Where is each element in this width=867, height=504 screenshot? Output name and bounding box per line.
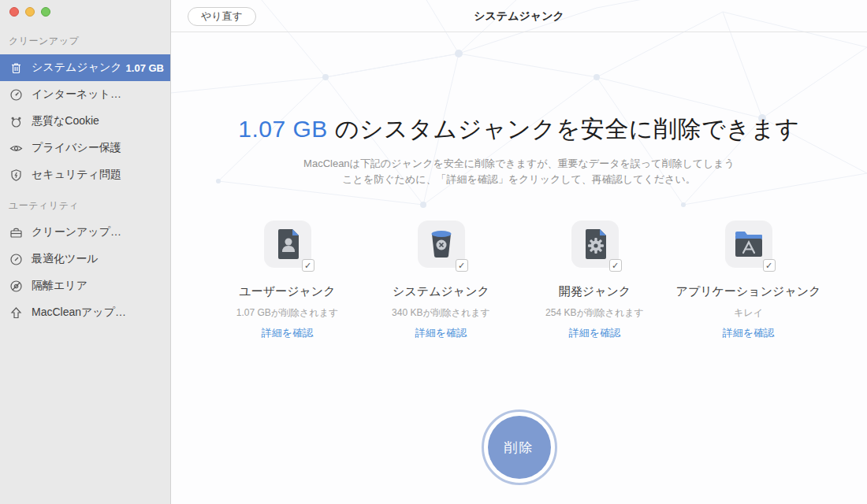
gauge-icon bbox=[9, 252, 23, 266]
zoom-window-button[interactable] bbox=[41, 7, 50, 17]
hero-subtitle-line2: ことを防ぐために、「詳細を確認」をクリックして、再確認してください。 bbox=[171, 172, 867, 187]
hero-heading: 1.07 GB のシスタムジャンクを安全に削除できます bbox=[171, 113, 867, 146]
sidebar-item-label: 悪質なCookie bbox=[32, 114, 99, 128]
category-status: 254 KBが削除されます bbox=[518, 306, 672, 320]
category-checkbox[interactable]: ✓ bbox=[456, 259, 468, 272]
sidebar-item-security[interactable]: セキュリティ問題 bbox=[0, 161, 170, 188]
minimize-window-button[interactable] bbox=[25, 7, 35, 17]
main-header: やり直す システムジャンク bbox=[171, 0, 867, 32]
category-checkbox[interactable]: ✓ bbox=[609, 259, 622, 272]
category-status: キレイ bbox=[672, 306, 825, 320]
category-dev-junk: ✓ 開発ジャンク 254 KBが削除されます 詳細を確認 bbox=[518, 220, 672, 340]
close-window-button[interactable] bbox=[9, 7, 19, 17]
sidebar-item-label: クリーンアップ… bbox=[32, 225, 121, 239]
view-details-link[interactable]: 詳細を確認 bbox=[518, 326, 672, 340]
hero-heading-text: のシスタムジャンクを安全に削除できます bbox=[328, 116, 800, 142]
sidebar-item-label: セキュリティ問題 bbox=[32, 168, 121, 182]
view-details-link[interactable]: 詳細を確認 bbox=[672, 326, 825, 340]
sidebar-item-internet[interactable]: インターネット… bbox=[0, 81, 170, 108]
view-details-link[interactable]: 詳細を確認 bbox=[210, 326, 364, 340]
category-user-junk: ✓ ユーザージャンク 1.07 GBが削除されます 詳細を確認 bbox=[210, 220, 364, 340]
window-controls bbox=[0, 0, 170, 24]
category-checkbox[interactable]: ✓ bbox=[302, 259, 314, 272]
trash-icon bbox=[9, 61, 23, 75]
sidebar-section-cleanup: クリーンアップ bbox=[0, 24, 170, 54]
sidebar-item-macclean-update[interactable]: MacCleanアップ… bbox=[0, 299, 170, 326]
hero-section: 1.07 GB のシスタムジャンクを安全に削除できます MacCleanは下記の… bbox=[171, 113, 867, 187]
category-status: 1.07 GBが削除されます bbox=[210, 306, 364, 320]
category-name: システムジャンク bbox=[364, 284, 518, 299]
hero-subtitle: MacCleanは下記のジャンクを安全に削除できますが、重要なデータを誤って削除… bbox=[171, 156, 867, 187]
up-arrow-icon bbox=[9, 306, 23, 320]
delete-button-ring[interactable]: 削除 bbox=[482, 410, 557, 485]
quarantine-icon bbox=[9, 279, 23, 293]
page-title: システムジャンク bbox=[171, 9, 867, 24]
shield-icon bbox=[9, 168, 23, 182]
sidebar-item-label: 最適化ツール bbox=[32, 252, 99, 266]
category-status: 340 KBが削除されます bbox=[364, 306, 518, 320]
sidebar-item-privacy[interactable]: プライバシー保護 bbox=[0, 135, 170, 161]
sidebar-item-optimize-tools[interactable]: 最適化ツール bbox=[0, 246, 170, 272]
sidebar-item-label: MacCleanアップ… bbox=[32, 306, 126, 320]
sidebar-item-label: インターネット… bbox=[32, 87, 121, 102]
sidebar-item-label: 隔離エリア bbox=[32, 279, 87, 293]
delete-button-area: 削除 bbox=[171, 410, 867, 485]
junk-categories: ✓ ユーザージャンク 1.07 GBが削除されます 詳細を確認 ✓ システムジャ… bbox=[171, 220, 867, 340]
category-name: ユーザージャンク bbox=[210, 284, 364, 299]
sidebar-section-utility: ユーティリティ bbox=[0, 188, 170, 219]
toolbox-icon bbox=[9, 225, 23, 239]
sidebar-item-label: プライバシー保護 bbox=[32, 141, 121, 155]
hero-size-value: 1.07 GB bbox=[238, 116, 328, 142]
eye-icon bbox=[9, 141, 23, 155]
view-details-link[interactable]: 詳細を確認 bbox=[364, 326, 518, 340]
sidebar-size-badge: 1.07 GB bbox=[126, 62, 164, 74]
category-system-junk: ✓ システムジャンク 340 KBが削除されます 詳細を確認 bbox=[364, 220, 518, 340]
compass-icon bbox=[9, 87, 23, 102]
sidebar: クリーンアップ システムジャンク 1.07 GB インターネット… bbox=[0, 0, 171, 504]
bug-icon bbox=[9, 114, 23, 128]
category-app-junk: ✓ アプリケーションジャンク キレイ 詳細を確認 bbox=[672, 220, 825, 340]
sidebar-item-quarantine[interactable]: 隔離エリア bbox=[0, 272, 170, 299]
main-panel: やり直す システムジャンク 1.07 GB のシスタムジャンクを安全に削除できま… bbox=[171, 0, 867, 504]
sidebar-item-label: システムジャンク bbox=[32, 61, 122, 75]
delete-button[interactable]: 削除 bbox=[488, 416, 551, 479]
sidebar-item-system-junk[interactable]: システムジャンク 1.07 GB bbox=[0, 54, 170, 81]
sidebar-item-cleanup-tools[interactable]: クリーンアップ… bbox=[0, 219, 170, 246]
category-name: 開発ジャンク bbox=[518, 284, 672, 299]
category-checkbox[interactable]: ✓ bbox=[763, 259, 776, 272]
sidebar-item-malicious-cookie[interactable]: 悪質なCookie bbox=[0, 108, 170, 135]
category-name: アプリケーションジャンク bbox=[672, 284, 825, 299]
hero-subtitle-line1: MacCleanは下記のジャンクを安全に削除できますが、重要なデータを誤って削除… bbox=[171, 156, 867, 172]
